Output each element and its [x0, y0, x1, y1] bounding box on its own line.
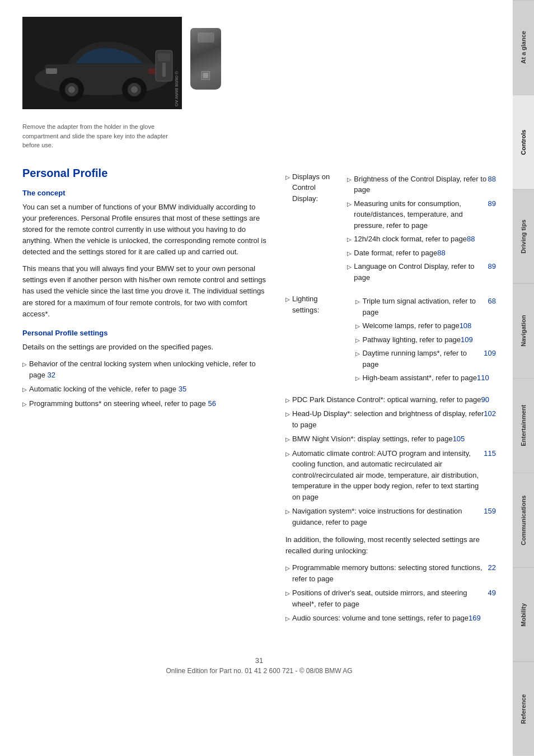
list-item: Behavior of the central locking system w… [22, 358, 269, 380]
main-content: ©08/08 BMW AG Remove the adapter from th… [0, 0, 513, 692]
page-link-35[interactable]: 35 [179, 385, 186, 393]
list-item: Positions of driver's seat, outside mirr… [285, 587, 496, 609]
page-link-109a[interactable]: 109 [461, 334, 473, 346]
list-item: Brightness of the Control Display, refer… [347, 174, 496, 195]
personal-profile-title: Personal Profile [22, 167, 269, 180]
image-watermark: ©08/08 BMW AG [174, 71, 179, 106]
list-item: Triple turn signal activation, refer to … [355, 296, 496, 318]
list-item: Audio sources: volume and tone settings,… [285, 613, 496, 624]
svg-point-8 [131, 86, 138, 93]
left-column: Personal Profile The concept You can set… [22, 167, 269, 628]
concept-para-1: You can set a number of functions of you… [22, 202, 269, 258]
page-link-88c[interactable]: 88 [437, 248, 445, 259]
page-link-109b[interactable]: 109 [484, 348, 496, 359]
list-item: BMW Night Vision*: display settings, ref… [285, 433, 496, 445]
page-link-110[interactable]: 110 [477, 372, 489, 384]
key-image [190, 28, 221, 90]
settings-heading: Personal Profile settings [22, 329, 269, 337]
list-item: Automatic locking of the vehicle, refer … [22, 384, 269, 395]
svg-rect-13 [162, 63, 166, 77]
list-item: Navigation system*: voice instructions f… [285, 506, 496, 528]
displays-sub-list: Brightness of the Control Display, refer… [336, 174, 496, 286]
page-footer: 31 Online Edition for Part no. 01 41 2 6… [22, 651, 496, 675]
page-link-102[interactable]: 102 [484, 408, 496, 419]
list-item: 12h/24h clock format, refer to page 88 [347, 234, 496, 245]
list-item: Date format, refer to page 88 [347, 248, 496, 259]
page-number: 31 [22, 656, 496, 665]
list-item: Measuring units for consumption, route/d… [347, 198, 496, 231]
list-item: Programming buttons* on steering wheel, … [22, 398, 269, 409]
page-link-108a[interactable]: 108 [460, 320, 472, 332]
tab-communications[interactable]: Communications [513, 473, 534, 567]
page-link-105[interactable]: 105 [453, 433, 465, 445]
car-image: ©08/08 BMW AG [22, 17, 182, 109]
list-item: High-beam assistant*, refer to page 110 [355, 372, 496, 384]
tab-controls[interactable]: Controls [513, 95, 534, 189]
page-link-22[interactable]: 22 [488, 562, 496, 573]
lighting-sub-list: Triple turn signal activation, refer to … [344, 296, 496, 386]
page-link-89a[interactable]: 89 [488, 198, 496, 209]
page-link-88b[interactable]: 88 [467, 234, 475, 245]
page-link-56[interactable]: 56 [208, 399, 216, 408]
svg-point-5 [68, 86, 75, 93]
list-item-displays: Displays on Control Display: Brightness … [285, 171, 496, 291]
tab-navigation[interactable]: Navigation [513, 283, 534, 378]
list-item: Welcome lamps, refer to page 108 [355, 320, 496, 332]
image-caption: Remove the adapter from the holder in th… [22, 122, 185, 150]
image-section: ©08/08 BMW AG [22, 17, 496, 109]
tab-at-a-glance[interactable]: At a glance [513, 0, 534, 95]
in-addition-list: Programmable memory buttons: selecting s… [285, 562, 496, 624]
list-item: Head-Up Display*: selection and brightne… [285, 408, 496, 430]
list-item: Language on Control Display, refer to pa… [347, 261, 496, 283]
page-link-159[interactable]: 159 [484, 506, 496, 517]
side-tabs: At a glance Controls Driving tips Naviga… [513, 0, 534, 756]
tab-reference[interactable]: Reference [513, 661, 534, 756]
page-link-32[interactable]: 32 [48, 371, 55, 379]
tab-mobility[interactable]: Mobility [513, 567, 534, 662]
right-column: Displays on Control Display: Brightness … [285, 167, 496, 628]
tab-entertainment[interactable]: Entertainment [513, 378, 534, 473]
list-item: Daytime running lamps*, refer to page 10… [355, 348, 496, 370]
list-item: Pathway lighting, refer to page 109 [355, 334, 496, 346]
svg-rect-12 [158, 53, 170, 61]
list-item: Automatic climate control: AUTO program … [285, 448, 496, 503]
page-link-68[interactable]: 68 [488, 296, 496, 307]
list-item: Programmable memory buttons: selecting s… [285, 562, 496, 584]
footer-text: Online Edition for Part no. 01 41 2 600 … [166, 667, 352, 675]
list-item: PDC Park Distance Control*: optical warn… [285, 394, 496, 405]
settings-list: Behavior of the central locking system w… [22, 358, 269, 409]
top-section: ©08/08 BMW AG Remove the adapter from th… [22, 17, 496, 156]
svg-rect-9 [46, 68, 57, 74]
concept-para-2: This means that you will always find you… [22, 263, 269, 320]
page-link-49[interactable]: 49 [488, 587, 496, 599]
page-link-90[interactable]: 90 [481, 394, 489, 405]
displays-label: Displays on Control Display: [292, 171, 336, 204]
content-columns: Personal Profile The concept You can set… [22, 167, 496, 628]
in-addition-intro: In addition, the following, most recentl… [285, 534, 496, 557]
list-item-lighting: Lighting settings: Triple turn signal ac… [285, 293, 496, 391]
page-link-88a[interactable]: 88 [488, 174, 496, 185]
displays-list: Displays on Control Display: Brightness … [285, 171, 496, 528]
tab-driving-tips[interactable]: Driving tips [513, 189, 534, 284]
page-link-89b[interactable]: 89 [488, 261, 496, 272]
concept-heading: The concept [22, 189, 269, 197]
page-link-115[interactable]: 115 [484, 448, 496, 459]
page-link-169[interactable]: 169 [469, 613, 481, 624]
lighting-label: Lighting settings: [292, 293, 344, 315]
page-container: ©08/08 BMW AG Remove the adapter from th… [0, 0, 534, 692]
settings-intro: Details on the settings are provided on … [22, 342, 269, 353]
